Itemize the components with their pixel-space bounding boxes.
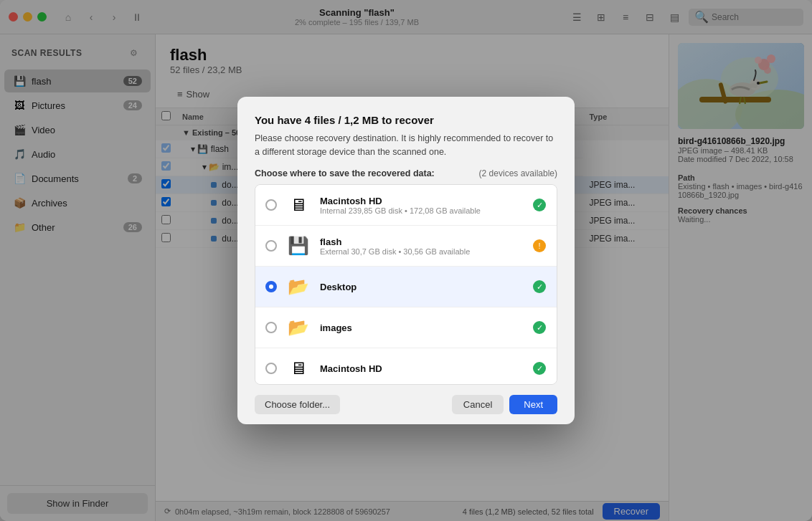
dest-images-status: ✓ [532,320,547,335]
dest-radio-macintosh-hd[interactable] [265,199,277,211]
devices-available-text: (2 devices available) [479,168,557,178]
cancel-button[interactable]: Cancel [452,395,504,414]
next-button[interactable]: Next [509,395,557,414]
choose-label-text: Choose where to save the recovered data: [255,168,435,178]
dest-radio-flash[interactable] [265,240,277,252]
destination-item-macintosh-hd[interactable]: 🖥 Macintosh HD Internal 239,85 GB disk •… [255,185,557,226]
dest-macintosh-hd-name: Macintosh HD [320,196,524,206]
dest-images-info: images [320,322,524,333]
dest-macintosh-hd-info: Macintosh HD Internal 239,85 GB disk • 1… [320,196,524,215]
flash-dest-icon: 💾 [285,233,311,259]
recovery-destination-modal: You have 4 files / 1,2 MB to recover Ple… [237,97,575,425]
dest-desktop-info: Desktop [320,282,524,292]
dest-flash-info: flash External 30,7 GB disk • 30,56 GB a… [320,236,524,256]
dest-macintosh-hd-2-name: Macintosh HD [320,363,524,374]
modal-actions: Cancel Next [452,395,557,414]
destination-list: 🖥 Macintosh HD Internal 239,85 GB disk •… [255,184,557,385]
modal-choose-label: Choose where to save the recovered data:… [255,168,557,178]
dest-macintosh-hd-detail: Internal 239,85 GB disk • 172,08 GB avai… [320,206,524,215]
status-ok-icon-3: ✓ [533,321,546,334]
status-warn-icon: ! [533,239,546,252]
modal-footer: Choose folder... Cancel Next [237,385,575,424]
dest-radio-macintosh-hd-2[interactable] [265,363,277,374]
dest-radio-desktop[interactable] [265,281,277,292]
dest-desktop-name: Desktop [320,282,524,292]
macintosh-hd-icon: 🖥 [285,192,311,218]
images-dest-icon: 📂 [285,315,311,340]
modal-description: Please choose recovery destination. It i… [255,132,557,159]
destination-item-flash[interactable]: 💾 flash External 30,7 GB disk • 30,56 GB… [255,226,557,267]
desktop-icon: 📂 [285,274,311,300]
dest-flash-status: ! [532,239,547,253]
dest-desktop-status: ✓ [532,279,547,294]
modal-overlay[interactable]: You have 4 files / 1,2 MB to recover Ple… [0,0,812,521]
choose-folder-button[interactable]: Choose folder... [255,395,340,414]
destination-item-images[interactable]: 📂 images ✓ [255,307,557,348]
dest-radio-images[interactable] [265,322,277,333]
destination-item-desktop[interactable]: 📂 Desktop ✓ [255,267,557,307]
dest-macintosh-hd-status: ✓ [532,198,547,212]
dest-macintosh-hd-2-status: ✓ [532,361,547,376]
modal-content: You have 4 files / 1,2 MB to recover Ple… [237,97,575,386]
dest-images-name: images [320,322,524,333]
dest-flash-detail: External 30,7 GB disk • 30,56 GB availab… [320,247,524,256]
dest-macintosh-hd-2-info: Macintosh HD [320,363,524,374]
destination-item-macintosh-hd-2[interactable]: 🖥 Macintosh HD ✓ [255,348,557,385]
macintosh-hd-2-icon: 🖥 [285,355,311,381]
modal-title: You have 4 files / 1,2 MB to recover [255,114,557,126]
dest-flash-name: flash [320,236,524,247]
status-ok-icon-4: ✓ [533,362,546,375]
status-ok-icon-2: ✓ [533,280,546,293]
status-ok-icon: ✓ [533,199,546,211]
